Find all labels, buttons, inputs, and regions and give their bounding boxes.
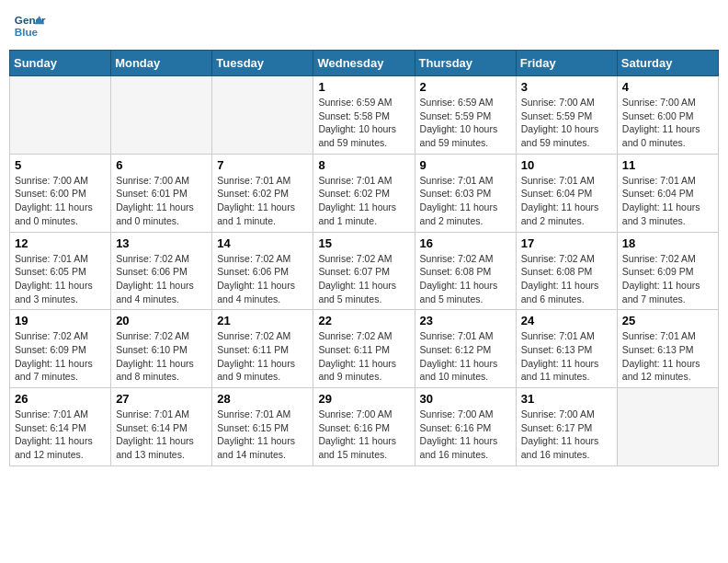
day-info: Sunrise: 7:01 AM Sunset: 6:02 PM Dayligh…	[217, 174, 308, 228]
day-of-week-header: Friday	[516, 51, 617, 76]
day-number: 5	[15, 158, 106, 172]
calendar-cell: 26Sunrise: 7:01 AM Sunset: 6:14 PM Dayli…	[10, 388, 111, 466]
day-number: 31	[521, 392, 612, 406]
calendar-cell: 12Sunrise: 7:01 AM Sunset: 6:05 PM Dayli…	[10, 232, 111, 310]
calendar-cell: 6Sunrise: 7:00 AM Sunset: 6:01 PM Daylig…	[111, 154, 212, 232]
calendar-cell: 29Sunrise: 7:00 AM Sunset: 6:16 PM Dayli…	[313, 388, 415, 466]
calendar-cell	[212, 76, 313, 155]
day-number: 13	[116, 236, 207, 250]
calendar-cell: 18Sunrise: 7:02 AM Sunset: 6:09 PM Dayli…	[617, 232, 718, 310]
calendar-cell: 24Sunrise: 7:01 AM Sunset: 6:13 PM Dayli…	[516, 310, 617, 388]
day-info: Sunrise: 7:01 AM Sunset: 6:02 PM Dayligh…	[318, 174, 409, 228]
calendar-cell: 3Sunrise: 7:00 AM Sunset: 5:59 PM Daylig…	[516, 76, 617, 155]
day-info: Sunrise: 6:59 AM Sunset: 5:58 PM Dayligh…	[318, 96, 409, 150]
day-info: Sunrise: 7:02 AM Sunset: 6:09 PM Dayligh…	[622, 252, 713, 306]
day-number: 12	[15, 236, 106, 250]
day-number: 19	[15, 314, 106, 327]
day-info: Sunrise: 7:02 AM Sunset: 6:11 PM Dayligh…	[217, 329, 308, 384]
day-number: 7	[217, 158, 308, 172]
day-info: Sunrise: 7:02 AM Sunset: 6:07 PM Dayligh…	[318, 252, 409, 306]
week-row: 1Sunrise: 6:59 AM Sunset: 5:58 PM Daylig…	[10, 76, 719, 155]
day-info: Sunrise: 7:01 AM Sunset: 6:15 PM Dayligh…	[217, 408, 308, 462]
day-info: Sunrise: 7:00 AM Sunset: 5:59 PM Dayligh…	[521, 96, 612, 150]
calendar-cell: 31Sunrise: 7:00 AM Sunset: 6:17 PM Dayli…	[516, 388, 617, 466]
calendar-cell: 23Sunrise: 7:01 AM Sunset: 6:12 PM Dayli…	[415, 310, 516, 388]
day-info: Sunrise: 6:59 AM Sunset: 5:59 PM Dayligh…	[420, 96, 511, 150]
calendar-cell: 17Sunrise: 7:02 AM Sunset: 6:08 PM Dayli…	[516, 232, 617, 310]
calendar-cell: 13Sunrise: 7:02 AM Sunset: 6:06 PM Dayli…	[111, 232, 212, 310]
day-number: 14	[217, 236, 308, 250]
day-info: Sunrise: 7:01 AM Sunset: 6:03 PM Dayligh…	[420, 174, 511, 228]
day-number: 8	[318, 158, 409, 172]
calendar-cell: 22Sunrise: 7:02 AM Sunset: 6:11 PM Dayli…	[313, 310, 415, 388]
day-number: 3	[521, 80, 612, 94]
calendar-cell: 11Sunrise: 7:01 AM Sunset: 6:04 PM Dayli…	[617, 154, 718, 232]
day-info: Sunrise: 7:01 AM Sunset: 6:13 PM Dayligh…	[622, 329, 713, 384]
svg-text:Blue: Blue	[15, 26, 39, 38]
calendar-cell: 28Sunrise: 7:01 AM Sunset: 6:15 PM Dayli…	[212, 388, 313, 466]
day-number: 2	[420, 80, 511, 94]
day-of-week-header: Tuesday	[212, 51, 313, 76]
day-of-week-header: Thursday	[415, 51, 516, 76]
day-info: Sunrise: 7:02 AM Sunset: 6:08 PM Dayligh…	[420, 252, 511, 306]
day-number: 18	[622, 236, 713, 250]
day-info: Sunrise: 7:00 AM Sunset: 6:00 PM Dayligh…	[622, 96, 713, 150]
calendar-cell: 19Sunrise: 7:02 AM Sunset: 6:09 PM Dayli…	[10, 310, 111, 388]
page-header: General Blue	[9, 9, 719, 42]
day-number: 27	[116, 392, 207, 406]
calendar-cell: 7Sunrise: 7:01 AM Sunset: 6:02 PM Daylig…	[212, 154, 313, 232]
day-info: Sunrise: 7:01 AM Sunset: 6:14 PM Dayligh…	[116, 408, 207, 462]
day-number: 6	[116, 158, 207, 172]
day-number: 17	[521, 236, 612, 250]
day-info: Sunrise: 7:01 AM Sunset: 6:14 PM Dayligh…	[15, 408, 106, 462]
day-number: 15	[318, 236, 409, 250]
day-number: 20	[116, 314, 207, 327]
calendar-cell: 1Sunrise: 6:59 AM Sunset: 5:58 PM Daylig…	[313, 76, 415, 155]
day-info: Sunrise: 7:01 AM Sunset: 6:12 PM Dayligh…	[420, 329, 511, 384]
calendar-cell: 15Sunrise: 7:02 AM Sunset: 6:07 PM Dayli…	[313, 232, 415, 310]
day-info: Sunrise: 7:01 AM Sunset: 6:13 PM Dayligh…	[521, 329, 612, 384]
day-number: 29	[318, 392, 409, 406]
day-info: Sunrise: 7:02 AM Sunset: 6:11 PM Dayligh…	[318, 329, 409, 384]
day-info: Sunrise: 7:01 AM Sunset: 6:05 PM Dayligh…	[15, 252, 106, 306]
calendar-cell: 25Sunrise: 7:01 AM Sunset: 6:13 PM Dayli…	[617, 310, 718, 388]
day-number: 22	[318, 314, 409, 327]
calendar-cell	[10, 76, 111, 155]
day-info: Sunrise: 7:02 AM Sunset: 6:06 PM Dayligh…	[116, 252, 207, 306]
calendar-cell: 10Sunrise: 7:01 AM Sunset: 6:04 PM Dayli…	[516, 154, 617, 232]
day-info: Sunrise: 7:00 AM Sunset: 6:16 PM Dayligh…	[318, 408, 409, 462]
day-number: 10	[521, 158, 612, 172]
header-row: SundayMondayTuesdayWednesdayThursdayFrid…	[10, 51, 719, 76]
day-number: 30	[420, 392, 511, 406]
day-info: Sunrise: 7:02 AM Sunset: 6:08 PM Dayligh…	[521, 252, 612, 306]
day-number: 4	[622, 80, 713, 94]
day-number: 16	[420, 236, 511, 250]
day-number: 9	[420, 158, 511, 172]
calendar: SundayMondayTuesdayWednesdayThursdayFrid…	[9, 50, 719, 466]
day-number: 24	[521, 314, 612, 327]
calendar-cell: 2Sunrise: 6:59 AM Sunset: 5:59 PM Daylig…	[415, 76, 516, 155]
calendar-cell	[617, 388, 718, 466]
calendar-cell: 14Sunrise: 7:02 AM Sunset: 6:06 PM Dayli…	[212, 232, 313, 310]
week-row: 19Sunrise: 7:02 AM Sunset: 6:09 PM Dayli…	[10, 310, 719, 388]
week-row: 5Sunrise: 7:00 AM Sunset: 6:00 PM Daylig…	[10, 154, 719, 232]
calendar-cell: 16Sunrise: 7:02 AM Sunset: 6:08 PM Dayli…	[415, 232, 516, 310]
day-number: 25	[622, 314, 713, 327]
day-info: Sunrise: 7:00 AM Sunset: 6:01 PM Dayligh…	[116, 174, 207, 228]
day-number: 21	[217, 314, 308, 327]
day-info: Sunrise: 7:02 AM Sunset: 6:10 PM Dayligh…	[116, 329, 207, 384]
day-number: 23	[420, 314, 511, 327]
calendar-cell: 9Sunrise: 7:01 AM Sunset: 6:03 PM Daylig…	[415, 154, 516, 232]
day-info: Sunrise: 7:01 AM Sunset: 6:04 PM Dayligh…	[521, 174, 612, 228]
day-info: Sunrise: 7:02 AM Sunset: 6:06 PM Dayligh…	[217, 252, 308, 306]
day-info: Sunrise: 7:02 AM Sunset: 6:09 PM Dayligh…	[15, 329, 106, 384]
calendar-cell: 21Sunrise: 7:02 AM Sunset: 6:11 PM Dayli…	[212, 310, 313, 388]
calendar-cell: 5Sunrise: 7:00 AM Sunset: 6:00 PM Daylig…	[10, 154, 111, 232]
day-info: Sunrise: 7:00 AM Sunset: 6:00 PM Dayligh…	[15, 174, 106, 228]
calendar-cell	[111, 76, 212, 155]
calendar-cell: 30Sunrise: 7:00 AM Sunset: 6:16 PM Dayli…	[415, 388, 516, 466]
logo: General Blue	[13, 9, 46, 42]
day-info: Sunrise: 7:00 AM Sunset: 6:16 PM Dayligh…	[420, 408, 511, 462]
calendar-cell: 8Sunrise: 7:01 AM Sunset: 6:02 PM Daylig…	[313, 154, 415, 232]
day-info: Sunrise: 7:01 AM Sunset: 6:04 PM Dayligh…	[622, 174, 713, 228]
